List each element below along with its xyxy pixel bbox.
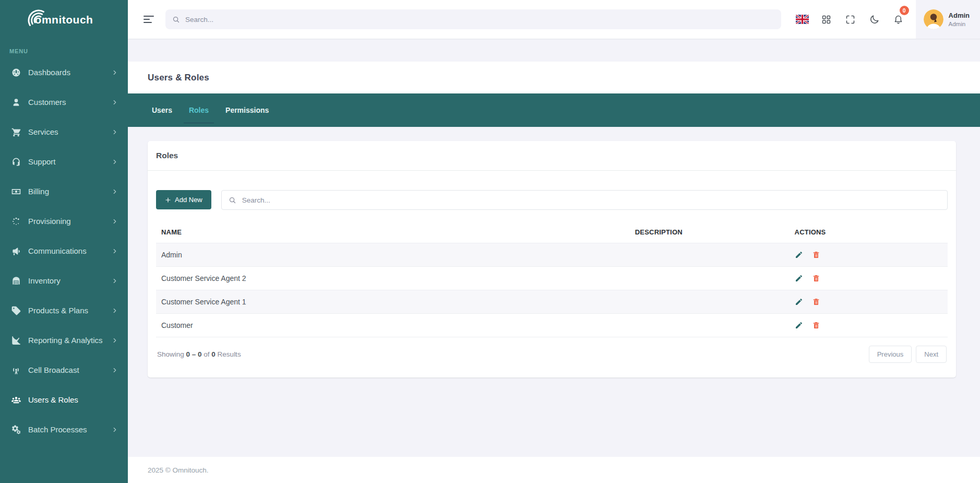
sidebar-item-label: Billing [28, 187, 111, 196]
global-search-input[interactable] [185, 16, 774, 23]
column-header-name: NAME [156, 223, 528, 243]
delete-role-button[interactable] [812, 274, 820, 282]
role-name-cell: Customer Service Agent 1 [156, 290, 528, 314]
fullscreen-button[interactable] [839, 0, 863, 39]
sidebar-item-reporting-analytics[interactable]: Reporting & Analytics [0, 325, 128, 355]
dark-mode-button[interactable] [863, 0, 887, 39]
sidebar-item-provisioning[interactable]: Provisioning [0, 206, 128, 236]
role-description-cell [528, 314, 790, 337]
sidebar-item-cell-broadcast[interactable]: Cell Broadcast [0, 355, 128, 385]
copyright-footer: 2025 © Omnitouch. [128, 457, 980, 483]
edit-role-button[interactable] [795, 321, 803, 329]
search-icon [172, 16, 180, 23]
sidebar-item-customers[interactable]: Customers [0, 87, 128, 117]
add-new-button[interactable]: Add New [156, 190, 211, 209]
table-search-input[interactable] [242, 196, 940, 204]
banknote-icon [11, 186, 21, 197]
edit-role-button[interactable] [795, 274, 803, 282]
role-description-cell [528, 243, 790, 267]
sidebar-item-support[interactable]: Support [0, 147, 128, 176]
roles-card: Roles Add New [148, 141, 956, 378]
delete-role-button[interactable] [812, 251, 820, 259]
previous-page-button[interactable]: Previous [869, 346, 912, 363]
notifications-button[interactable]: 0 [887, 0, 911, 39]
price-tags-icon [11, 305, 21, 316]
table-toolbar: Add New [156, 190, 948, 210]
role-name-cell: Customer Service Agent 2 [156, 267, 528, 290]
chevron-right-icon [111, 307, 118, 314]
tab-permissions[interactable]: Permissions [217, 93, 277, 127]
role-description-cell [528, 290, 790, 314]
trash-icon [812, 298, 820, 306]
brand-logo[interactable]: omnitouch [0, 0, 128, 40]
sidebar-item-label: Products & Plans [28, 306, 111, 315]
table-row: Customer Service Agent 2 [156, 267, 948, 290]
chevron-right-icon [111, 277, 118, 285]
pagination: Previous Next [869, 346, 947, 363]
sidebar-item-communications[interactable]: Communications [0, 236, 128, 266]
sidebar-item-batch-processes[interactable]: Batch Processes [0, 415, 128, 444]
tab-users[interactable]: Users [144, 93, 181, 127]
chevron-right-icon [111, 426, 118, 433]
edit-role-button[interactable] [795, 298, 803, 306]
main-area: 0 Admin Admin Users & Role [128, 0, 980, 483]
table-search [221, 190, 948, 210]
language-flag-button[interactable] [791, 0, 815, 39]
chevron-right-icon [111, 188, 118, 195]
sidebar: omnitouch MENU Dashboards Customers [0, 0, 128, 483]
sidebar-item-services[interactable]: Services [0, 117, 128, 147]
hamburger-menu-icon[interactable] [142, 13, 155, 26]
bell-icon [893, 14, 904, 25]
notification-count-badge: 0 [900, 6, 909, 15]
user-name: Admin [949, 11, 970, 19]
edit-role-button[interactable] [795, 251, 803, 259]
page-title-bar: Users & Roles [128, 62, 980, 93]
tab-roles[interactable]: Roles [181, 93, 217, 127]
sidebar-item-users-roles[interactable]: Users & Roles [0, 385, 128, 415]
chevron-right-icon [111, 248, 118, 255]
sidebar-item-label: Cell Broadcast [28, 366, 111, 374]
table-row: Customer Service Agent 1 [156, 290, 948, 314]
sidebar-item-label: Services [28, 127, 111, 136]
menu-section-label: MENU [0, 40, 128, 57]
sidebar-item-label: Inventory [28, 276, 111, 285]
trash-icon [812, 321, 820, 329]
sidebar-item-label: Customers [28, 98, 111, 107]
sidebar-item-inventory[interactable]: Inventory [0, 266, 128, 296]
pencil-icon [795, 298, 803, 306]
sidebar-item-billing[interactable]: Billing [0, 176, 128, 206]
garage-storage-icon [11, 276, 21, 286]
page-content: Roles Add New [128, 127, 980, 457]
people-group-icon [11, 395, 21, 405]
delete-role-button[interactable] [812, 298, 820, 306]
delete-role-button[interactable] [812, 321, 820, 329]
chevron-right-icon [111, 99, 118, 106]
pencil-icon [795, 251, 803, 259]
sidebar-nav: Dashboards Customers Services [0, 57, 128, 444]
fullscreen-icon [845, 14, 856, 25]
chevron-right-icon [111, 218, 118, 225]
pencil-icon [795, 274, 803, 282]
spinner-dots-icon [11, 216, 21, 227]
table-row: Admin [156, 243, 948, 267]
sidebar-item-dashboards[interactable]: Dashboards [0, 57, 128, 87]
results-summary: Showing 0 – 0 of 0 Results [157, 350, 241, 358]
user-role: Admin [949, 21, 970, 27]
chevron-right-icon [111, 337, 118, 344]
apps-grid-button[interactable] [815, 0, 839, 39]
sidebar-item-label: Provisioning [28, 217, 111, 226]
next-page-button[interactable]: Next [916, 346, 947, 363]
sidebar-item-label: Communications [28, 246, 111, 255]
moon-icon [869, 14, 880, 25]
apps-grid-icon [821, 14, 832, 25]
roles-table: NAME DESCRIPTION ACTIONS Admin [156, 223, 948, 337]
chevron-right-icon [111, 128, 118, 136]
sidebar-item-products-plans[interactable]: Products & Plans [0, 296, 128, 325]
line-chart-icon [11, 335, 21, 346]
search-icon [229, 196, 236, 204]
user-menu[interactable]: Admin Admin [916, 0, 980, 39]
plus-icon [165, 197, 171, 203]
sidebar-item-label: Support [28, 157, 111, 166]
shopping-cart-icon [11, 127, 21, 137]
table-footer: Showing 0 – 0 of 0 Results Previous Next [156, 337, 948, 369]
